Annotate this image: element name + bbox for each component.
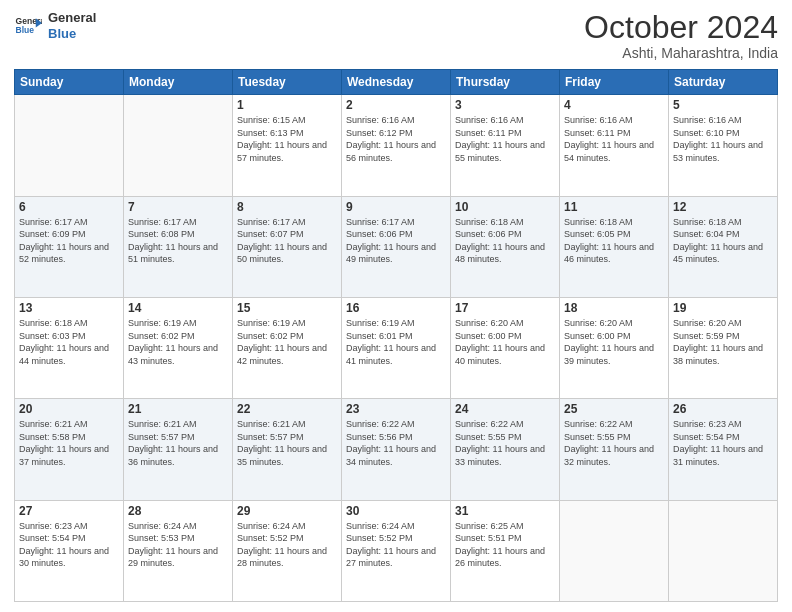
- day-number: 19: [673, 301, 773, 315]
- day-number: 17: [455, 301, 555, 315]
- calendar-cell: 30Sunrise: 6:24 AM Sunset: 5:52 PM Dayli…: [342, 500, 451, 601]
- month-title: October 2024: [584, 10, 778, 45]
- day-detail: Sunrise: 6:16 AM Sunset: 6:12 PM Dayligh…: [346, 114, 446, 164]
- day-detail: Sunrise: 6:18 AM Sunset: 6:06 PM Dayligh…: [455, 216, 555, 266]
- calendar-cell: 9Sunrise: 6:17 AM Sunset: 6:06 PM Daylig…: [342, 196, 451, 297]
- calendar-cell: 4Sunrise: 6:16 AM Sunset: 6:11 PM Daylig…: [560, 95, 669, 196]
- day-detail: Sunrise: 6:21 AM Sunset: 5:57 PM Dayligh…: [237, 418, 337, 468]
- day-detail: Sunrise: 6:21 AM Sunset: 5:58 PM Dayligh…: [19, 418, 119, 468]
- weekday-friday: Friday: [560, 70, 669, 95]
- calendar-cell: 19Sunrise: 6:20 AM Sunset: 5:59 PM Dayli…: [669, 297, 778, 398]
- calendar-week-1: 1Sunrise: 6:15 AM Sunset: 6:13 PM Daylig…: [15, 95, 778, 196]
- logo-text-blue: Blue: [48, 26, 96, 42]
- calendar-cell: 8Sunrise: 6:17 AM Sunset: 6:07 PM Daylig…: [233, 196, 342, 297]
- calendar-cell: [669, 500, 778, 601]
- calendar-cell: 12Sunrise: 6:18 AM Sunset: 6:04 PM Dayli…: [669, 196, 778, 297]
- day-detail: Sunrise: 6:17 AM Sunset: 6:09 PM Dayligh…: [19, 216, 119, 266]
- day-number: 5: [673, 98, 773, 112]
- calendar-table: SundayMondayTuesdayWednesdayThursdayFrid…: [14, 69, 778, 602]
- day-number: 8: [237, 200, 337, 214]
- calendar-cell: 22Sunrise: 6:21 AM Sunset: 5:57 PM Dayli…: [233, 399, 342, 500]
- day-detail: Sunrise: 6:19 AM Sunset: 6:01 PM Dayligh…: [346, 317, 446, 367]
- page: General Blue General Blue October 2024 A…: [0, 0, 792, 612]
- day-number: 26: [673, 402, 773, 416]
- title-block: October 2024 Ashti, Maharashtra, India: [584, 10, 778, 61]
- day-number: 3: [455, 98, 555, 112]
- weekday-monday: Monday: [124, 70, 233, 95]
- calendar-cell: [560, 500, 669, 601]
- day-number: 24: [455, 402, 555, 416]
- day-detail: Sunrise: 6:20 AM Sunset: 6:00 PM Dayligh…: [455, 317, 555, 367]
- calendar-cell: 21Sunrise: 6:21 AM Sunset: 5:57 PM Dayli…: [124, 399, 233, 500]
- day-number: 15: [237, 301, 337, 315]
- day-detail: Sunrise: 6:22 AM Sunset: 5:55 PM Dayligh…: [564, 418, 664, 468]
- calendar-cell: 3Sunrise: 6:16 AM Sunset: 6:11 PM Daylig…: [451, 95, 560, 196]
- day-detail: Sunrise: 6:24 AM Sunset: 5:52 PM Dayligh…: [346, 520, 446, 570]
- calendar-cell: 16Sunrise: 6:19 AM Sunset: 6:01 PM Dayli…: [342, 297, 451, 398]
- day-detail: Sunrise: 6:21 AM Sunset: 5:57 PM Dayligh…: [128, 418, 228, 468]
- weekday-saturday: Saturday: [669, 70, 778, 95]
- calendar-cell: [15, 95, 124, 196]
- day-number: 16: [346, 301, 446, 315]
- calendar-cell: 13Sunrise: 6:18 AM Sunset: 6:03 PM Dayli…: [15, 297, 124, 398]
- day-number: 2: [346, 98, 446, 112]
- weekday-header-row: SundayMondayTuesdayWednesdayThursdayFrid…: [15, 70, 778, 95]
- day-number: 9: [346, 200, 446, 214]
- day-number: 1: [237, 98, 337, 112]
- day-detail: Sunrise: 6:18 AM Sunset: 6:03 PM Dayligh…: [19, 317, 119, 367]
- day-number: 22: [237, 402, 337, 416]
- day-detail: Sunrise: 6:17 AM Sunset: 6:06 PM Dayligh…: [346, 216, 446, 266]
- day-detail: Sunrise: 6:15 AM Sunset: 6:13 PM Dayligh…: [237, 114, 337, 164]
- calendar-cell: 25Sunrise: 6:22 AM Sunset: 5:55 PM Dayli…: [560, 399, 669, 500]
- day-detail: Sunrise: 6:22 AM Sunset: 5:55 PM Dayligh…: [455, 418, 555, 468]
- weekday-sunday: Sunday: [15, 70, 124, 95]
- weekday-tuesday: Tuesday: [233, 70, 342, 95]
- calendar-cell: 23Sunrise: 6:22 AM Sunset: 5:56 PM Dayli…: [342, 399, 451, 500]
- calendar-week-3: 13Sunrise: 6:18 AM Sunset: 6:03 PM Dayli…: [15, 297, 778, 398]
- calendar-cell: 1Sunrise: 6:15 AM Sunset: 6:13 PM Daylig…: [233, 95, 342, 196]
- day-detail: Sunrise: 6:16 AM Sunset: 6:11 PM Dayligh…: [564, 114, 664, 164]
- day-detail: Sunrise: 6:24 AM Sunset: 5:52 PM Dayligh…: [237, 520, 337, 570]
- day-number: 31: [455, 504, 555, 518]
- day-detail: Sunrise: 6:16 AM Sunset: 6:11 PM Dayligh…: [455, 114, 555, 164]
- calendar-cell: 7Sunrise: 6:17 AM Sunset: 6:08 PM Daylig…: [124, 196, 233, 297]
- day-detail: Sunrise: 6:20 AM Sunset: 5:59 PM Dayligh…: [673, 317, 773, 367]
- day-detail: Sunrise: 6:20 AM Sunset: 6:00 PM Dayligh…: [564, 317, 664, 367]
- calendar-cell: 20Sunrise: 6:21 AM Sunset: 5:58 PM Dayli…: [15, 399, 124, 500]
- calendar-cell: 11Sunrise: 6:18 AM Sunset: 6:05 PM Dayli…: [560, 196, 669, 297]
- day-detail: Sunrise: 6:18 AM Sunset: 6:04 PM Dayligh…: [673, 216, 773, 266]
- day-number: 28: [128, 504, 228, 518]
- header: General Blue General Blue October 2024 A…: [14, 10, 778, 61]
- day-detail: Sunrise: 6:17 AM Sunset: 6:07 PM Dayligh…: [237, 216, 337, 266]
- day-number: 23: [346, 402, 446, 416]
- calendar-cell: 5Sunrise: 6:16 AM Sunset: 6:10 PM Daylig…: [669, 95, 778, 196]
- logo: General Blue General Blue: [14, 10, 96, 41]
- day-detail: Sunrise: 6:17 AM Sunset: 6:08 PM Dayligh…: [128, 216, 228, 266]
- day-number: 25: [564, 402, 664, 416]
- calendar-cell: 6Sunrise: 6:17 AM Sunset: 6:09 PM Daylig…: [15, 196, 124, 297]
- calendar-cell: 31Sunrise: 6:25 AM Sunset: 5:51 PM Dayli…: [451, 500, 560, 601]
- day-detail: Sunrise: 6:18 AM Sunset: 6:05 PM Dayligh…: [564, 216, 664, 266]
- day-number: 14: [128, 301, 228, 315]
- weekday-thursday: Thursday: [451, 70, 560, 95]
- calendar-week-4: 20Sunrise: 6:21 AM Sunset: 5:58 PM Dayli…: [15, 399, 778, 500]
- day-number: 11: [564, 200, 664, 214]
- day-number: 4: [564, 98, 664, 112]
- day-detail: Sunrise: 6:16 AM Sunset: 6:10 PM Dayligh…: [673, 114, 773, 164]
- calendar-cell: 18Sunrise: 6:20 AM Sunset: 6:00 PM Dayli…: [560, 297, 669, 398]
- svg-text:Blue: Blue: [16, 25, 35, 35]
- day-number: 18: [564, 301, 664, 315]
- day-detail: Sunrise: 6:23 AM Sunset: 5:54 PM Dayligh…: [19, 520, 119, 570]
- calendar-cell: 10Sunrise: 6:18 AM Sunset: 6:06 PM Dayli…: [451, 196, 560, 297]
- day-number: 20: [19, 402, 119, 416]
- day-number: 12: [673, 200, 773, 214]
- day-number: 29: [237, 504, 337, 518]
- calendar-cell: 28Sunrise: 6:24 AM Sunset: 5:53 PM Dayli…: [124, 500, 233, 601]
- calendar-cell: 29Sunrise: 6:24 AM Sunset: 5:52 PM Dayli…: [233, 500, 342, 601]
- day-number: 13: [19, 301, 119, 315]
- day-number: 27: [19, 504, 119, 518]
- calendar-week-5: 27Sunrise: 6:23 AM Sunset: 5:54 PM Dayli…: [15, 500, 778, 601]
- calendar-cell: 26Sunrise: 6:23 AM Sunset: 5:54 PM Dayli…: [669, 399, 778, 500]
- calendar-cell: [124, 95, 233, 196]
- logo-text-general: General: [48, 10, 96, 26]
